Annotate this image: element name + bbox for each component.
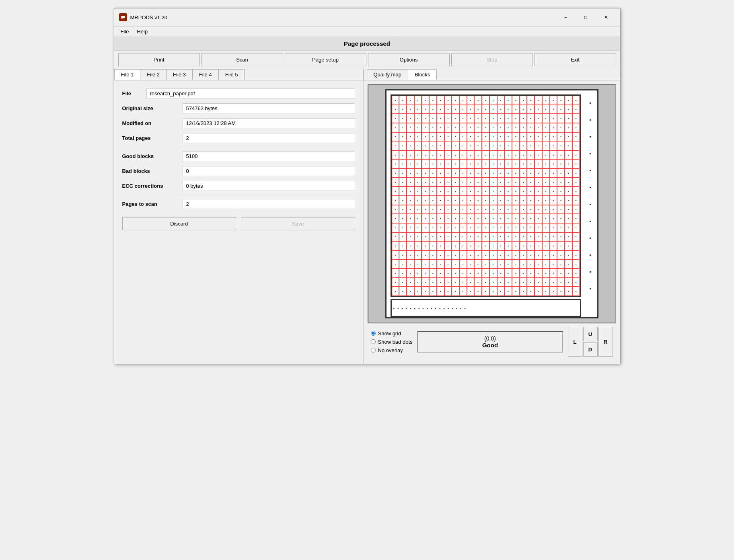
grid-cell[interactable] bbox=[572, 141, 580, 150]
tab-file2[interactable]: File 2 bbox=[140, 69, 167, 80]
grid-cell[interactable] bbox=[414, 132, 422, 142]
grid-cell[interactable] bbox=[557, 259, 565, 269]
grid-cell[interactable] bbox=[550, 168, 557, 178]
grid-cell[interactable] bbox=[429, 287, 437, 296]
grid-cell[interactable] bbox=[497, 205, 505, 214]
grid-cell[interactable] bbox=[429, 269, 437, 278]
grid-cell[interactable] bbox=[527, 114, 535, 123]
grid-cell[interactable] bbox=[399, 123, 407, 132]
grid-cell[interactable] bbox=[452, 205, 459, 214]
grid-cell[interactable] bbox=[550, 178, 557, 187]
grid-cell[interactable] bbox=[429, 214, 437, 223]
grid-cell[interactable] bbox=[504, 150, 512, 160]
grid-cell[interactable] bbox=[421, 105, 429, 114]
grid-cell[interactable] bbox=[392, 159, 399, 168]
grid-cell[interactable] bbox=[407, 114, 414, 123]
scan-button[interactable]: Scan bbox=[201, 53, 283, 66]
grid-cell[interactable] bbox=[520, 259, 527, 269]
grid-cell[interactable] bbox=[467, 196, 475, 205]
grid-cell[interactable] bbox=[542, 269, 550, 278]
grid-cell[interactable] bbox=[572, 223, 580, 232]
grid-cell[interactable] bbox=[504, 278, 512, 287]
grid-cell[interactable] bbox=[437, 141, 444, 150]
grid-cell[interactable] bbox=[550, 132, 557, 142]
grid-cell[interactable] bbox=[557, 250, 565, 260]
grid-cell[interactable] bbox=[542, 123, 550, 132]
grid-cell[interactable] bbox=[429, 141, 437, 150]
grid-cell[interactable] bbox=[489, 241, 497, 250]
grid-cell[interactable] bbox=[512, 132, 520, 142]
grid-cell[interactable] bbox=[542, 250, 550, 260]
grid-cell[interactable] bbox=[527, 123, 535, 132]
grid-cell[interactable] bbox=[535, 141, 542, 150]
grid-cell[interactable] bbox=[399, 114, 407, 123]
grid-cell[interactable] bbox=[399, 205, 407, 214]
grid-cell[interactable] bbox=[489, 105, 497, 114]
grid-cell[interactable] bbox=[504, 168, 512, 178]
grid-cell[interactable] bbox=[550, 196, 557, 205]
grid-cell[interactable] bbox=[542, 96, 550, 105]
grid-cell[interactable] bbox=[542, 196, 550, 205]
tab-file4[interactable]: File 4 bbox=[192, 69, 219, 80]
grid-cell[interactable] bbox=[482, 250, 489, 260]
grid-cell[interactable] bbox=[512, 159, 520, 168]
grid-cell[interactable] bbox=[459, 278, 467, 287]
grid-cell[interactable] bbox=[497, 168, 505, 178]
show-grid-radio[interactable] bbox=[371, 331, 376, 336]
grid-cell[interactable] bbox=[467, 178, 475, 187]
grid-cell[interactable] bbox=[520, 269, 527, 278]
grid-cell[interactable] bbox=[421, 214, 429, 223]
grid-cell[interactable] bbox=[520, 132, 527, 142]
grid-cell[interactable] bbox=[527, 150, 535, 160]
grid-cell[interactable] bbox=[482, 196, 489, 205]
grid-cell[interactable] bbox=[497, 187, 505, 196]
grid-cell[interactable] bbox=[572, 96, 580, 105]
grid-cell[interactable] bbox=[429, 223, 437, 232]
grid-cell[interactable] bbox=[474, 232, 482, 242]
grid-cell[interactable] bbox=[444, 178, 452, 187]
grid-cell[interactable] bbox=[489, 287, 497, 296]
grid-cell[interactable] bbox=[421, 232, 429, 242]
grid-cell[interactable] bbox=[421, 278, 429, 287]
grid-cell[interactable] bbox=[474, 168, 482, 178]
grid-cell[interactable] bbox=[459, 123, 467, 132]
grid-cell[interactable] bbox=[557, 132, 565, 142]
grid-cell[interactable] bbox=[429, 105, 437, 114]
grid-cell[interactable] bbox=[482, 269, 489, 278]
grid-cell[interactable] bbox=[437, 196, 444, 205]
grid-cell[interactable] bbox=[392, 259, 399, 269]
grid-cell[interactable] bbox=[489, 269, 497, 278]
grid-cell[interactable] bbox=[565, 287, 572, 296]
grid-cell[interactable] bbox=[392, 250, 399, 260]
grid-cell[interactable] bbox=[467, 168, 475, 178]
grid-cell[interactable] bbox=[459, 96, 467, 105]
grid-cell[interactable] bbox=[527, 241, 535, 250]
grid-cell[interactable] bbox=[452, 187, 459, 196]
down-nav-button[interactable]: D bbox=[583, 342, 598, 357]
exit-button[interactable]: Exit bbox=[535, 53, 616, 66]
grid-cell[interactable] bbox=[437, 232, 444, 242]
grid-cell[interactable] bbox=[520, 250, 527, 260]
grid-cell[interactable] bbox=[421, 168, 429, 178]
close-button[interactable]: ✕ bbox=[597, 12, 615, 23]
grid-cell[interactable] bbox=[565, 187, 572, 196]
grid-cell[interactable] bbox=[444, 241, 452, 250]
grid-cell[interactable] bbox=[557, 123, 565, 132]
grid-cell[interactable] bbox=[535, 287, 542, 296]
grid-cell[interactable] bbox=[429, 159, 437, 168]
grid-cell[interactable] bbox=[572, 278, 580, 287]
grid-cell[interactable] bbox=[527, 132, 535, 142]
grid-cell[interactable] bbox=[467, 214, 475, 223]
grid-cell[interactable] bbox=[565, 159, 572, 168]
grid-cell[interactable] bbox=[489, 214, 497, 223]
grid-cell[interactable] bbox=[392, 269, 399, 278]
grid-cell[interactable] bbox=[535, 214, 542, 223]
grid-cell[interactable] bbox=[535, 259, 542, 269]
tab-file5[interactable]: File 5 bbox=[218, 69, 245, 80]
grid-cell[interactable] bbox=[399, 232, 407, 242]
grid-cell[interactable] bbox=[557, 196, 565, 205]
grid-cell[interactable] bbox=[392, 132, 399, 142]
grid-cell[interactable] bbox=[452, 123, 459, 132]
grid-cell[interactable] bbox=[429, 259, 437, 269]
grid-cell[interactable] bbox=[542, 105, 550, 114]
